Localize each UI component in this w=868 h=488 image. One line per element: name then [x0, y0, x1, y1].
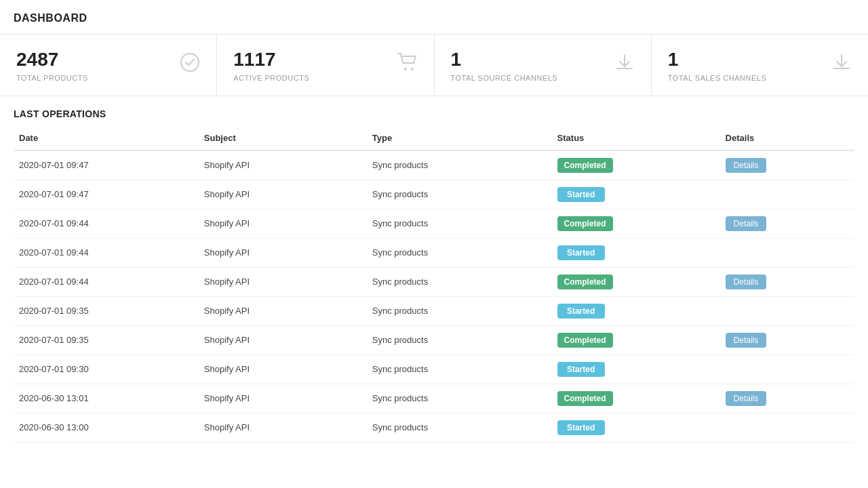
operations-table-container: Date Subject Type Status Details 2020-07… — [0, 126, 868, 443]
svg-point-1 — [404, 68, 407, 70]
stat-card-active-products: 1117 ACTIVE PRODUCTS — [217, 35, 434, 96]
cell-date: 2020-07-01 09:47 — [14, 150, 199, 180]
cell-details — [720, 413, 854, 442]
cell-details — [720, 180, 854, 209]
stat-card-total-sales-channels: 1 TOTAL SALES CHANNELS — [652, 35, 868, 96]
cell-details[interactable]: Details — [720, 150, 854, 180]
status-badge: Completed — [557, 274, 613, 289]
cell-type: Sync products — [367, 180, 552, 209]
table-row: 2020-07-01 09:47 Shopify API Sync produc… — [14, 180, 854, 209]
cell-subject: Shopify API — [199, 413, 367, 442]
cell-date: 2020-07-01 09:44 — [14, 209, 199, 238]
cell-type: Sync products — [367, 384, 552, 413]
cart-icon — [397, 53, 418, 77]
svg-point-2 — [411, 68, 414, 70]
cell-date: 2020-07-01 09:35 — [14, 296, 199, 325]
total-source-channels-number: 1 — [451, 48, 558, 71]
cell-subject: Shopify API — [199, 209, 367, 238]
cell-date: 2020-06-30 13:00 — [14, 413, 199, 442]
cell-details — [720, 354, 854, 384]
stats-row: 2487 TOTAL PRODUCTS 1117 ACTIVE PRODUCTS — [0, 35, 868, 96]
status-badge: Started — [557, 362, 605, 377]
cell-type: Sync products — [367, 296, 552, 325]
table-row: 2020-07-01 09:44 Shopify API Sync produc… — [14, 209, 854, 238]
cell-type: Sync products — [367, 354, 552, 384]
status-badge: Started — [557, 420, 605, 435]
table-row: 2020-06-30 13:01 Shopify API Sync produc… — [14, 384, 854, 413]
cell-type: Sync products — [367, 150, 552, 180]
status-badge: Completed — [557, 216, 613, 231]
cell-details[interactable]: Details — [720, 325, 854, 354]
checkmark-circle-icon — [180, 52, 200, 77]
total-sales-channels-number: 1 — [668, 48, 767, 71]
status-badge: Started — [557, 304, 605, 319]
col-header-subject: Subject — [199, 126, 367, 150]
cell-details[interactable]: Details — [720, 267, 854, 296]
cell-type: Sync products — [367, 325, 552, 354]
cell-status: Completed — [552, 150, 720, 180]
stat-card-total-products: 2487 TOTAL PRODUCTS — [0, 35, 217, 96]
table-row: 2020-07-01 09:35 Shopify API Sync produc… — [14, 325, 854, 354]
cell-status: Completed — [552, 209, 720, 238]
stat-card-total-source-channels: 1 TOTAL SOURCE CHANNELS — [435, 35, 652, 96]
cell-type: Sync products — [367, 267, 552, 296]
details-button[interactable]: Details — [726, 333, 767, 348]
cell-details[interactable]: Details — [720, 209, 854, 238]
cell-subject: Shopify API — [199, 180, 367, 209]
sales-icon — [831, 52, 852, 77]
table-row: 2020-07-01 09:44 Shopify API Sync produc… — [14, 238, 854, 267]
download-icon — [614, 52, 635, 77]
status-badge: Started — [557, 187, 605, 202]
cell-status: Completed — [552, 325, 720, 354]
table-row: 2020-07-01 09:44 Shopify API Sync produc… — [14, 267, 854, 296]
cell-status: Started — [552, 354, 720, 384]
cell-status: Started — [552, 296, 720, 325]
operations-table: Date Subject Type Status Details 2020-07… — [14, 126, 854, 443]
cell-details — [720, 296, 854, 325]
details-button[interactable]: Details — [726, 391, 767, 406]
total-source-channels-label: TOTAL SOURCE CHANNELS — [451, 74, 558, 82]
cell-date: 2020-07-01 09:44 — [14, 238, 199, 267]
svg-point-0 — [181, 54, 199, 71]
col-header-status: Status — [552, 126, 720, 150]
total-sales-channels-label: TOTAL SALES CHANNELS — [668, 74, 767, 82]
cell-type: Sync products — [367, 413, 552, 442]
col-header-type: Type — [367, 126, 552, 150]
cell-subject: Shopify API — [199, 325, 367, 354]
cell-date: 2020-06-30 13:01 — [14, 384, 199, 413]
details-button[interactable]: Details — [726, 158, 767, 173]
cell-type: Sync products — [367, 238, 552, 267]
details-button[interactable]: Details — [726, 274, 767, 289]
cell-status: Started — [552, 180, 720, 209]
cell-subject: Shopify API — [199, 150, 367, 180]
status-badge: Completed — [557, 158, 613, 173]
cell-subject: Shopify API — [199, 354, 367, 384]
section-title: LAST OPERATIONS — [14, 108, 854, 119]
page-header: DASHBOARD — [0, 0, 868, 35]
cell-date: 2020-07-01 09:30 — [14, 354, 199, 384]
table-row: 2020-07-01 09:30 Shopify API Sync produc… — [14, 354, 854, 384]
cell-date: 2020-07-01 09:47 — [14, 180, 199, 209]
active-products-label: ACTIVE PRODUCTS — [233, 74, 309, 82]
total-products-label: TOTAL PRODUCTS — [16, 74, 88, 82]
cell-status: Completed — [552, 267, 720, 296]
table-row: 2020-06-30 13:00 Shopify API Sync produc… — [14, 413, 854, 442]
cell-type: Sync products — [367, 209, 552, 238]
cell-status: Completed — [552, 384, 720, 413]
col-header-date: Date — [14, 126, 199, 150]
section-header: LAST OPERATIONS — [0, 96, 868, 126]
cell-status: Started — [552, 413, 720, 442]
table-row: 2020-07-01 09:47 Shopify API Sync produc… — [14, 150, 854, 180]
cell-subject: Shopify API — [199, 296, 367, 325]
table-header-row: Date Subject Type Status Details — [14, 126, 854, 150]
details-button[interactable]: Details — [726, 216, 767, 231]
cell-subject: Shopify API — [199, 267, 367, 296]
total-products-number: 2487 — [16, 48, 88, 71]
status-badge: Started — [557, 245, 605, 260]
page-container: DASHBOARD 2487 TOTAL PRODUCTS 1117 ACTIV… — [0, 0, 868, 488]
status-badge: Completed — [557, 333, 613, 348]
cell-details[interactable]: Details — [720, 384, 854, 413]
cell-date: 2020-07-01 09:35 — [14, 325, 199, 354]
cell-subject: Shopify API — [199, 238, 367, 267]
cell-subject: Shopify API — [199, 384, 367, 413]
